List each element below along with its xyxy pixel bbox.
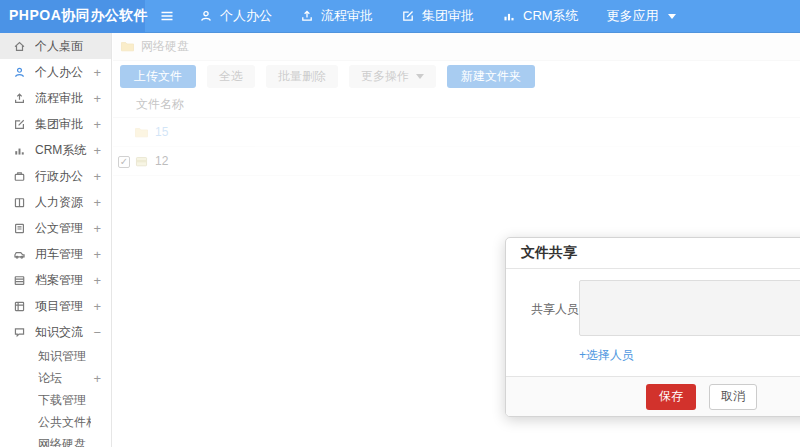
top-header: PHPOA协同办公软件 个人办公 流程审批 bbox=[0, 0, 800, 33]
nav-more-apps[interactable]: 更多应用 bbox=[607, 7, 676, 25]
collapse-toggle[interactable]: − bbox=[91, 325, 101, 340]
sidebar-subitem-label: 论坛 bbox=[38, 370, 91, 387]
sidebar-item-label: 集团审批 bbox=[35, 116, 91, 133]
sidebar-item-personal-office[interactable]: 个人办公 + bbox=[0, 59, 111, 85]
nav-flow-approval[interactable]: 流程审批 bbox=[300, 7, 373, 25]
share-personnel-label: 共享人员 bbox=[531, 301, 579, 318]
nav-label: 个人办公 bbox=[220, 7, 272, 25]
sidebar-item-knowledge[interactable]: 知识交流 − bbox=[0, 319, 111, 345]
book-icon bbox=[13, 195, 27, 209]
dialog-footer: 保存 取消 bbox=[506, 376, 800, 416]
sidebar-item-crm[interactable]: CRM系统 + bbox=[0, 137, 111, 163]
nav-label: 集团审批 bbox=[422, 7, 474, 25]
sidebar-subitem-public-cabinet[interactable]: 公共文件柜 bbox=[0, 411, 111, 433]
logo-area: PHPOA协同办公软件 bbox=[0, 0, 145, 33]
sidebar-subitem-label: 下载管理 bbox=[38, 392, 91, 409]
expand-toggle[interactable]: + bbox=[91, 371, 101, 386]
sidebar-item-label: 行政办公 bbox=[35, 168, 91, 185]
expand-toggle[interactable]: + bbox=[91, 91, 101, 106]
nav-crm-system[interactable]: CRM系统 bbox=[502, 7, 579, 25]
sidebar-item-label: 知识交流 bbox=[35, 324, 91, 341]
dialog-title: 文件共享 bbox=[521, 244, 577, 262]
user-icon bbox=[13, 65, 27, 79]
sidebar-subitem-label: 知识管理 bbox=[38, 348, 91, 365]
cancel-button[interactable]: 取消 bbox=[709, 384, 757, 410]
project-icon bbox=[13, 299, 27, 313]
expand-toggle[interactable]: + bbox=[91, 65, 101, 80]
sidebar-subitem-label: 公共文件柜 bbox=[38, 414, 91, 431]
select-personnel-link[interactable]: +选择人员 bbox=[579, 347, 634, 364]
sidebar-item-label: 档案管理 bbox=[35, 272, 91, 289]
chat-icon bbox=[13, 325, 27, 339]
expand-toggle[interactable]: + bbox=[91, 299, 101, 314]
file-share-dialog: 文件共享 共享人员 +选择人员 保存 取消 bbox=[505, 237, 800, 417]
car-icon bbox=[13, 247, 27, 261]
sidebar-item-label: 个人桌面 bbox=[35, 38, 91, 55]
expand-toggle[interactable]: + bbox=[91, 247, 101, 262]
user-icon bbox=[199, 9, 213, 23]
caret-down-icon bbox=[668, 14, 676, 19]
expand-toggle[interactable]: + bbox=[91, 169, 101, 184]
app-logo: PHPOA协同办公软件 bbox=[9, 7, 148, 25]
sidebar-item-label: 个人办公 bbox=[35, 64, 91, 81]
sidebar-subitem-network-disk[interactable]: 网络硬盘 bbox=[0, 433, 111, 447]
nav-label: CRM系统 bbox=[523, 7, 579, 25]
sidebar-subitem-label: 网络硬盘 bbox=[38, 436, 91, 447]
sidebar-subitem-downloads[interactable]: 下载管理 bbox=[0, 389, 111, 411]
sidebar-item-label: 流程审批 bbox=[35, 90, 91, 107]
chart-icon bbox=[13, 143, 27, 157]
sidebar-subitem-knowledge-mgmt[interactable]: 知识管理 bbox=[0, 345, 111, 367]
nav-personal-office[interactable]: 个人办公 bbox=[199, 7, 272, 25]
sidebar-item-hr[interactable]: 人力资源 + bbox=[0, 189, 111, 215]
sidebar-item-archives[interactable]: 档案管理 + bbox=[0, 267, 111, 293]
dialog-body: 共享人员 +选择人员 bbox=[506, 269, 800, 376]
expand-toggle[interactable]: + bbox=[91, 221, 101, 236]
sidebar-subitem-forum[interactable]: 论坛 + bbox=[0, 367, 111, 389]
sidebar-item-label: 公文管理 bbox=[35, 220, 91, 237]
edit-icon bbox=[13, 117, 27, 131]
sidebar-item-group-approval[interactable]: 集团审批 + bbox=[0, 111, 111, 137]
expand-toggle[interactable]: + bbox=[91, 273, 101, 288]
hamburger-menu-icon[interactable] bbox=[159, 8, 175, 24]
sidebar-item-label: CRM系统 bbox=[35, 142, 91, 159]
document-icon bbox=[13, 221, 27, 235]
sidebar-item-admin-office[interactable]: 行政办公 + bbox=[0, 163, 111, 189]
sidebar-item-label: 人力资源 bbox=[35, 194, 91, 211]
app-window: PHPOA协同办公软件 个人办公 流程审批 bbox=[0, 0, 800, 447]
sidebar-item-label: 项目管理 bbox=[35, 298, 91, 315]
sidebar-item-flow-approval[interactable]: 流程审批 + bbox=[0, 85, 111, 111]
top-navigation: 个人办公 流程审批 集团审批 bbox=[199, 7, 676, 25]
sidebar-item-official-docs[interactable]: 公文管理 + bbox=[0, 215, 111, 241]
flow-icon bbox=[300, 9, 314, 23]
sidebar-item-personal-desktop[interactable]: 个人桌面 bbox=[0, 33, 111, 59]
nav-label: 流程审批 bbox=[321, 7, 373, 25]
sidebar-item-vehicle[interactable]: 用车管理 + bbox=[0, 241, 111, 267]
expand-toggle[interactable]: + bbox=[91, 117, 101, 132]
flow-icon bbox=[13, 91, 27, 105]
sidebar: 个人桌面 个人办公 + 流程审批 + 集团审批 bbox=[0, 33, 112, 447]
edit-icon bbox=[401, 9, 415, 23]
sidebar-item-projects[interactable]: 项目管理 + bbox=[0, 293, 111, 319]
chart-icon bbox=[502, 9, 516, 23]
share-personnel-input[interactable] bbox=[579, 280, 800, 336]
archive-icon bbox=[13, 273, 27, 287]
dialog-header: 文件共享 bbox=[506, 238, 800, 269]
home-icon bbox=[13, 39, 27, 53]
expand-toggle[interactable]: + bbox=[91, 195, 101, 210]
briefcase-icon bbox=[13, 169, 27, 183]
save-button[interactable]: 保存 bbox=[646, 384, 696, 410]
nav-group-approval[interactable]: 集团审批 bbox=[401, 7, 474, 25]
sidebar-item-label: 用车管理 bbox=[35, 246, 91, 263]
expand-toggle[interactable]: + bbox=[91, 143, 101, 158]
nav-label: 更多应用 bbox=[607, 7, 659, 25]
